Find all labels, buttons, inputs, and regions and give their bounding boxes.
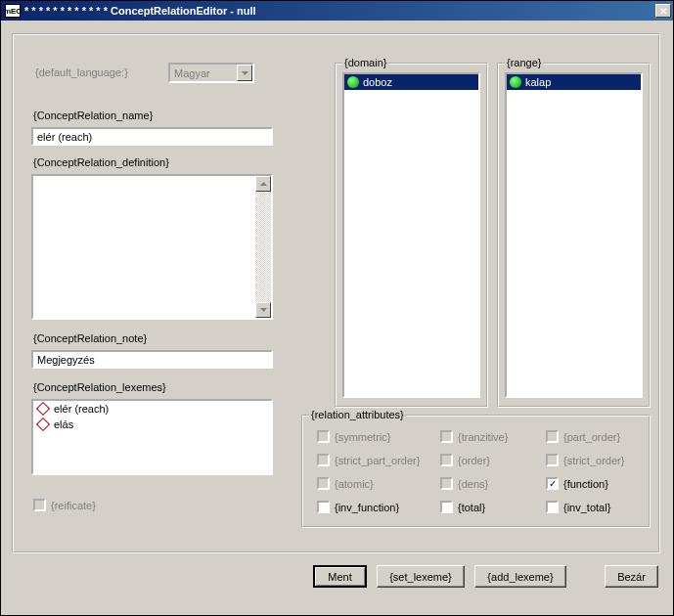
checkbox-box: [33, 499, 46, 511]
domain-listbox[interactable]: doboz: [342, 72, 480, 398]
titlebar: mEC * * * * * * * * * * * * ConceptRelat…: [1, 1, 673, 21]
close-icon[interactable]: ✕: [655, 4, 671, 18]
note-input[interactable]: [31, 350, 273, 369]
domain-item-text: doboz: [363, 76, 392, 88]
order-checkbox: {order}: [440, 454, 490, 466]
scroll-track[interactable]: [255, 192, 271, 302]
inv-total-checkbox[interactable]: {inv_total}: [546, 501, 610, 513]
close-button[interactable]: Bezár: [605, 565, 658, 588]
add-lexeme-button[interactable]: {add_lexeme}: [474, 565, 566, 588]
tranzitive-checkbox: {tranzitive}: [440, 430, 508, 443]
domain-label: {domain}: [342, 57, 388, 68]
definition-label: {ConceptRelation_definition}: [33, 156, 169, 168]
scrollbar[interactable]: [255, 176, 271, 318]
range-fieldset: {range} kalap: [497, 63, 651, 408]
language-dropdown[interactable]: Magyar: [168, 63, 254, 83]
reificate-checkbox: {reificate}: [33, 499, 96, 511]
chevron-down-icon[interactable]: [237, 65, 252, 81]
function-checkbox[interactable]: ✓{function}: [546, 477, 608, 490]
strict-part-order-checkbox: {strict_part_order}: [317, 454, 420, 466]
range-item-text: kalap: [525, 76, 551, 88]
lexeme-icon: [36, 418, 50, 431]
language-value: Magyar: [170, 67, 237, 79]
strict-order-checkbox: {strict_order}: [546, 454, 624, 466]
list-item[interactable]: doboz: [344, 74, 478, 90]
lexeme-icon: [36, 402, 50, 416]
lexemes-listbox[interactable]: elér (reach) elás: [31, 399, 273, 475]
range-label: {range}: [505, 57, 543, 68]
concept-icon: [347, 76, 359, 88]
total-checkbox[interactable]: {total}: [440, 501, 485, 513]
range-listbox[interactable]: kalap: [505, 72, 643, 398]
concept-icon: [510, 76, 521, 88]
atomic-checkbox: {atomic}: [317, 477, 374, 490]
relation-attributes-label: {relation_attributes}: [309, 409, 406, 420]
list-item[interactable]: kalap: [507, 74, 641, 90]
symmetric-checkbox: {symmetric}: [317, 430, 390, 443]
scroll-up-icon[interactable]: [255, 176, 271, 192]
inv-function-checkbox[interactable]: {inv_function}: [317, 501, 399, 513]
lexeme-text: elás: [54, 418, 73, 430]
scroll-down-icon[interactable]: [255, 302, 271, 318]
app-icon: mEC: [5, 4, 21, 18]
set-lexeme-button[interactable]: {set_lexeme}: [377, 565, 465, 588]
save-button[interactable]: Ment: [313, 565, 367, 588]
note-label: {ConceptRelation_note}: [33, 332, 147, 344]
name-label: {ConceptRelation_name}: [33, 110, 153, 121]
domain-fieldset: {domain} doboz: [335, 63, 488, 408]
relation-attributes-fieldset: {relation_attributes} {symmetric} {tranz…: [301, 415, 651, 528]
part-order-checkbox: {part_order}: [546, 430, 620, 443]
definition-textarea[interactable]: [31, 174, 273, 320]
lexemes-label: {ConceptRelation_lexemes}: [33, 381, 166, 393]
list-item[interactable]: elás: [33, 417, 271, 432]
main-panel: {default_language:} Magyar {ConceptRelat…: [12, 33, 660, 553]
window-title: * * * * * * * * * * * * ConceptRelationE…: [24, 5, 256, 17]
name-input[interactable]: [31, 127, 273, 146]
dens-checkbox: {dens}: [440, 477, 488, 490]
default-language-label: {default_language:}: [35, 66, 128, 78]
lexeme-text: elér (reach): [54, 403, 109, 415]
list-item[interactable]: elér (reach): [33, 401, 271, 417]
reificate-label: {reificate}: [51, 500, 96, 511]
